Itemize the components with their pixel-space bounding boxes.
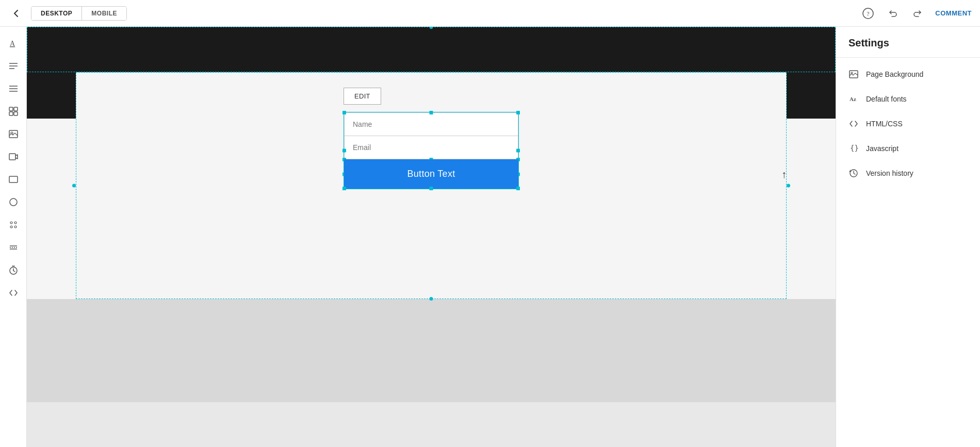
html-css-icon <box>848 119 859 129</box>
circle-tool-icon[interactable] <box>3 192 24 212</box>
view-toggle: DESKTOP MOBILE <box>31 6 127 21</box>
comment-button[interactable]: COMMENT <box>935 9 972 17</box>
name-input[interactable] <box>344 112 518 136</box>
settings-header: Settings <box>836 27 980 58</box>
desktop-view-button[interactable]: DESKTOP <box>31 7 82 20</box>
divider-tool-icon[interactable] <box>3 237 24 258</box>
left-sidebar: A <box>0 27 27 447</box>
image-tool-icon[interactable] <box>3 124 24 144</box>
default-fonts-label: Default fonts <box>866 95 907 103</box>
svg-text:{}: {} <box>850 144 858 152</box>
code-tool-icon[interactable] <box>3 283 24 303</box>
paragraph-icon[interactable] <box>3 56 24 76</box>
help-icon[interactable]: ? <box>861 6 875 21</box>
back-button[interactable] <box>8 5 25 22</box>
text-tool-icon[interactable]: A <box>3 33 24 54</box>
svg-line-27 <box>13 271 15 272</box>
form-container: Button Text <box>344 112 519 189</box>
javascript-item[interactable]: {} Javascript <box>836 136 980 161</box>
svg-point-21 <box>14 226 17 228</box>
default-fonts-icon: Az <box>848 94 859 104</box>
rectangle-tool-icon[interactable] <box>3 169 24 190</box>
redo-icon[interactable] <box>910 6 925 21</box>
default-fonts-item[interactable]: Az Default fonts <box>836 87 980 111</box>
handle-top-center <box>430 111 433 114</box>
settings-title: Settings <box>848 37 968 49</box>
top-bar: DESKTOP MOBILE ? COMMENT <box>0 0 980 27</box>
javascript-icon: {} <box>848 143 859 154</box>
handle-mid-left <box>342 149 346 153</box>
javascript-label: Javascript <box>866 144 899 153</box>
svg-text:A: A <box>10 40 15 47</box>
right-panel: Settings Page Background Az <box>836 27 980 447</box>
handle-bot-left <box>342 187 346 190</box>
html-css-label: HTML/CSS <box>866 120 903 128</box>
cursor-arrow: ↑ <box>781 169 787 180</box>
menu-tool-icon[interactable] <box>3 78 24 99</box>
top-center-handle <box>430 27 433 29</box>
main-area: A <box>0 27 980 447</box>
svg-text:Az: Az <box>850 96 856 102</box>
top-bar-actions: ? COMMENT <box>861 6 972 21</box>
handle-top-right <box>516 111 520 114</box>
svg-point-19 <box>14 222 17 224</box>
version-history-item[interactable]: Version history <box>836 161 980 186</box>
page-container: EDIT <box>27 27 836 447</box>
svg-rect-11 <box>9 112 13 115</box>
svg-rect-15 <box>9 154 15 160</box>
right-handle <box>787 184 790 188</box>
page-header <box>27 27 836 72</box>
button-wrapper: Button Text <box>344 159 518 189</box>
undo-icon[interactable] <box>886 6 900 21</box>
bottom-center-handle <box>430 297 433 301</box>
svg-point-30 <box>851 72 853 74</box>
page-background-item[interactable]: Page Background <box>836 62 980 87</box>
edit-button[interactable]: EDIT <box>344 88 381 105</box>
svg-rect-12 <box>14 112 18 115</box>
svg-point-17 <box>10 198 17 206</box>
video-tool-icon[interactable] <box>3 146 24 167</box>
svg-point-20 <box>10 226 12 228</box>
svg-point-18 <box>10 222 12 224</box>
email-input[interactable] <box>344 136 518 159</box>
gallery-tool-icon[interactable] <box>3 101 24 122</box>
submit-button[interactable]: Button Text <box>344 159 518 189</box>
canvas-wrapper: EDIT <box>27 27 836 447</box>
handle-bot-center <box>430 187 433 190</box>
page-body: EDIT <box>27 72 836 299</box>
content-area: EDIT <box>344 88 519 189</box>
settings-list: Page Background Az Default fonts <box>836 58 980 190</box>
page-background-icon <box>848 69 859 79</box>
svg-text:?: ? <box>867 10 870 18</box>
left-handle <box>72 184 76 188</box>
svg-rect-9 <box>9 107 13 111</box>
handle-mid-right <box>516 149 520 153</box>
right-dark-block <box>787 72 836 119</box>
mobile-view-button[interactable]: MOBILE <box>82 7 126 20</box>
left-dark-block <box>27 72 76 119</box>
svg-rect-16 <box>9 176 18 183</box>
page-background-label: Page Background <box>866 70 923 78</box>
handle-top-left <box>342 111 346 114</box>
handle-bot-right <box>516 187 520 190</box>
timer-tool-icon[interactable] <box>3 260 24 280</box>
page-footer <box>27 299 836 402</box>
components-icon[interactable] <box>3 214 24 235</box>
canvas-area[interactable]: EDIT <box>27 27 836 447</box>
version-history-icon <box>848 168 859 178</box>
svg-rect-10 <box>14 107 18 111</box>
html-css-item[interactable]: HTML/CSS <box>836 111 980 136</box>
version-history-label: Version history <box>866 169 913 177</box>
